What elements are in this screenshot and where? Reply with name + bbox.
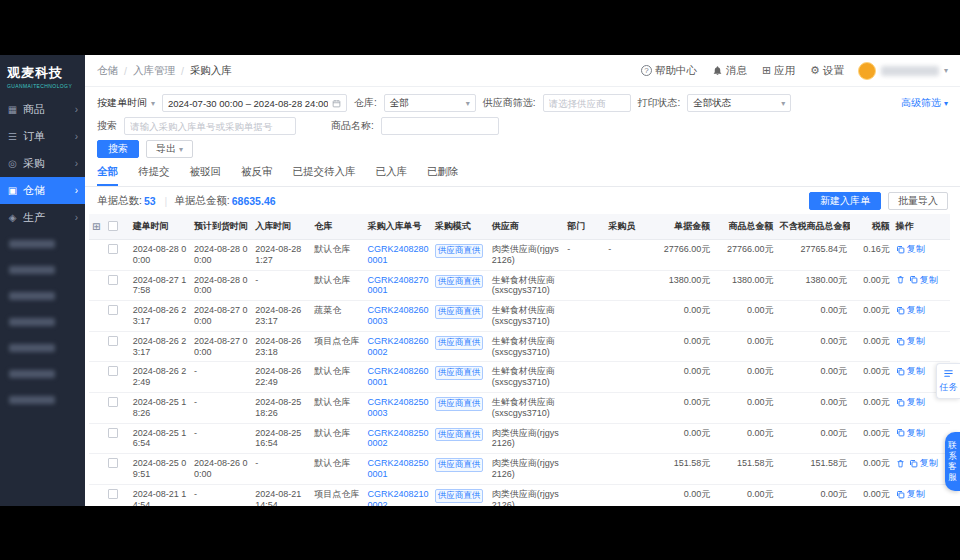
copy-button[interactable]: 复制 (896, 489, 925, 500)
delete-button[interactable] (896, 459, 905, 468)
sidebar-item-goods[interactable]: ▦商品› (0, 96, 85, 123)
cell-order-no[interactable]: CGRK24082800001 (364, 240, 431, 271)
top-action-help[interactable]: ?帮助中心 (641, 64, 697, 78)
cell-order-no[interactable]: CGRK24082500002 (364, 423, 431, 454)
user-menu[interactable]: ▾ (858, 62, 948, 80)
tab-5[interactable]: 已入库 (376, 165, 408, 186)
cell-order-no[interactable]: CGRK24082500003 (364, 392, 431, 423)
sidebar-item-redacted[interactable] (0, 257, 85, 283)
task-widget-label: 任务 (940, 381, 958, 394)
warehouse-filter-label: 仓库: (354, 96, 377, 110)
tab-0[interactable]: 全部 (97, 165, 118, 186)
cell-warehouse: 项目点仓库 (311, 331, 364, 362)
cell-warehouse: 默认仓库 (311, 392, 364, 423)
batch-import-button[interactable]: 批量导入 (888, 192, 948, 210)
copy-button[interactable]: 复制 (896, 428, 925, 439)
chevron-down-icon: ▾ (466, 99, 470, 108)
cell-order-no[interactable]: CGRK24082600002 (364, 331, 431, 362)
top-action-apps[interactable]: ⊞应用 (762, 64, 795, 78)
breadcrumb-item[interactable]: 仓储 (97, 64, 118, 78)
sidebar-item-orders[interactable]: ☰订单› (0, 123, 85, 150)
top-action-settings[interactable]: ⚙设置 (810, 64, 844, 78)
cell-order-no[interactable]: CGRK24082700001 (364, 270, 431, 301)
search-input[interactable] (124, 117, 296, 135)
row-checkbox[interactable] (105, 362, 129, 393)
supplier-filter-label: 供应商筛选: (483, 96, 536, 110)
doc-count-label: 单据总数: (97, 194, 142, 208)
product-name-input[interactable] (381, 117, 499, 135)
sidebar-item-production[interactable]: ◈生产› (0, 204, 85, 231)
copy-button[interactable]: 复制 (896, 366, 925, 377)
cell-department (564, 270, 605, 301)
cell-order-no[interactable]: CGRK24082600001 (364, 362, 431, 393)
advanced-filter-label: 高级筛选 (901, 96, 941, 110)
copy-button[interactable]: 复制 (896, 397, 925, 408)
task-widget[interactable]: 任务 (936, 363, 960, 399)
doc-count-value: 53 (144, 195, 156, 207)
cell-tax: 0.16元 (850, 240, 893, 271)
copy-button[interactable]: 复制 (896, 336, 925, 347)
divider: | (165, 195, 168, 207)
cell-operations: 复制 (893, 301, 950, 332)
delete-button[interactable] (896, 275, 905, 284)
breadcrumb-item[interactable]: 入库管理 (133, 64, 175, 78)
tab-3[interactable]: 被反审 (241, 165, 273, 186)
cell-created-time: 2024-08-27 17:58 (130, 270, 191, 301)
warehouse-select[interactable]: 全部 ▾ (384, 94, 476, 112)
logo-title: 观麦科技 (7, 64, 78, 82)
column-header: 入库时间 (252, 214, 311, 240)
cell-expected-time: - (191, 392, 252, 423)
contact-service-widget[interactable]: 联系客服 (945, 432, 960, 491)
copy-button[interactable]: 复制 (896, 305, 925, 316)
row-checkbox[interactable] (105, 454, 129, 485)
tab-4[interactable]: 已提交待入库 (293, 165, 356, 186)
sidebar-item-redacted[interactable] (0, 231, 85, 257)
cell-operations: 复制 (893, 240, 950, 271)
cell-department (564, 423, 605, 454)
chevron-right-icon: › (75, 104, 78, 115)
sidebar-item-redacted[interactable] (0, 309, 85, 335)
cell-notax-amount: 0.00元 (776, 301, 849, 332)
row-checkbox[interactable] (105, 301, 129, 332)
row-checkbox[interactable] (105, 270, 129, 301)
date-range-input[interactable]: 2024-07-30 00:00 – 2024-08-28 24:00 (162, 94, 347, 112)
time-type-select[interactable]: 按建单时间 ▾ (97, 96, 155, 110)
print-status-select[interactable]: 全部状态 ▾ (687, 94, 791, 112)
summary-row: 单据总数: 53 | 单据总金额: 68635.46 新建入库单 批量导入 (85, 187, 960, 214)
row-checkbox[interactable] (105, 331, 129, 362)
tab-2[interactable]: 被驳回 (190, 165, 222, 186)
sidebar-item-redacted[interactable] (0, 283, 85, 309)
advanced-filter-button[interactable]: 高级筛选 ▾ (901, 96, 948, 110)
sidebar-item-purchase[interactable]: ◎采购› (0, 150, 85, 177)
sidebar-item-warehouse[interactable]: ▣仓储› (0, 177, 85, 204)
cell-inbound-time: 2024-08-28 1:27 (252, 240, 311, 271)
column-config-icon[interactable]: ⊞ (89, 214, 105, 240)
search-button[interactable]: 搜索 (97, 140, 139, 158)
breadcrumb-item[interactable]: 采购入库 (190, 64, 232, 78)
tab-6[interactable]: 已删除 (427, 165, 459, 186)
cell-inbound-time: 2024-08-21 14:54 (252, 484, 311, 506)
tab-1[interactable]: 待提交 (138, 165, 170, 186)
sidebar-item-redacted[interactable] (0, 387, 85, 413)
copy-button[interactable]: 复制 (909, 458, 938, 469)
cell-order-no[interactable]: CGRK24082100002 (364, 484, 431, 506)
row-checkbox[interactable] (105, 392, 129, 423)
supplier-filter-input[interactable] (543, 94, 631, 112)
export-button[interactable]: 导出 ▾ (146, 140, 193, 158)
top-action-message[interactable]: 消息 (712, 64, 747, 78)
sidebar-item-redacted[interactable] (0, 335, 85, 361)
product-name-label: 商品名称: (331, 119, 374, 133)
cell-buyer (605, 362, 652, 393)
table-row: 2024-08-27 17:582024-08-28 00:00-默认仓库CGR… (89, 270, 950, 301)
select-all-checkbox[interactable] (105, 214, 129, 240)
cell-order-no[interactable]: CGRK24082500001 (364, 454, 431, 485)
row-checkbox[interactable] (105, 484, 129, 506)
copy-button[interactable]: 复制 (909, 275, 938, 286)
row-checkbox[interactable] (105, 423, 129, 454)
cell-order-no[interactable]: CGRK24082600003 (364, 301, 431, 332)
create-inbound-button[interactable]: 新建入库单 (809, 192, 881, 210)
sidebar-item-redacted[interactable] (0, 361, 85, 387)
copy-button[interactable]: 复制 (896, 244, 925, 255)
contact-service-label: 联系客服 (948, 440, 957, 482)
row-checkbox[interactable] (105, 240, 129, 271)
